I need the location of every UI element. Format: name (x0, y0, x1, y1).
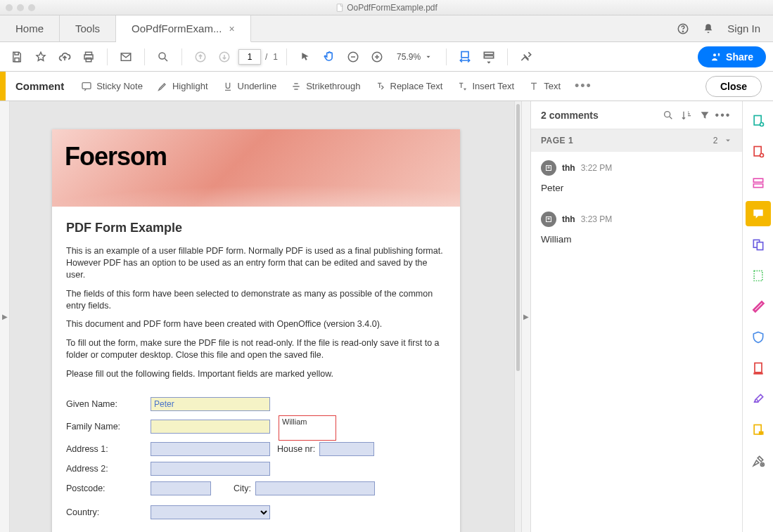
city-field[interactable] (255, 481, 375, 495)
print-icon[interactable] (79, 47, 98, 67)
zoom-dropdown[interactable]: 75.9% (391, 52, 437, 62)
send-for-comments-tool[interactable] (746, 417, 771, 443)
tab-document[interactable]: OoPdfFormExam... × (116, 15, 251, 42)
help-icon[interactable] (677, 22, 689, 35)
text-icon (528, 81, 539, 92)
more-comments-icon[interactable]: ••• (714, 109, 732, 122)
search-icon[interactable] (153, 47, 173, 67)
close-window-icon[interactable] (6, 4, 13, 11)
next-page-icon[interactable] (215, 47, 234, 67)
comment-type-icon (541, 212, 556, 227)
comments-page-group[interactable]: PAGE 1 2 (531, 129, 742, 152)
sort-comments-icon[interactable] (677, 110, 696, 121)
postcode-label: Postcode: (66, 484, 151, 493)
prev-page-icon[interactable] (191, 47, 210, 67)
more-tools-icon[interactable]: ••• (568, 79, 599, 93)
close-comment-toolbar-button[interactable]: Close (705, 76, 762, 97)
minimize-window-icon[interactable] (17, 4, 24, 11)
export-pdf-tool[interactable] (746, 139, 771, 164)
tab-strip: Home Tools OoPdfFormExam... × Sign In (0, 15, 773, 42)
chevron-down-icon (724, 136, 732, 145)
tab-home[interactable]: Home (0, 15, 60, 41)
comment-item[interactable]: thh 3:23 PM William (531, 203, 742, 254)
svg-rect-12 (461, 51, 468, 57)
window-title: OoPdfFormExample.pdf (336, 3, 437, 13)
zoom-window-icon[interactable] (28, 4, 35, 11)
tab-document-label: OoPdfFormExam... (132, 22, 222, 34)
postcode-field[interactable] (151, 481, 211, 495)
comment-author: thh (562, 163, 575, 173)
edit-pdf-tool[interactable] (746, 170, 771, 195)
erase-icon[interactable] (516, 47, 536, 67)
comments-panel: 2 comments ••• PAGE 1 2 thh 3:22 PM Pete… (531, 101, 742, 532)
underline-tool[interactable]: Underline (215, 81, 284, 92)
highlight-tool[interactable]: Highlight (150, 81, 215, 92)
underline-label: Underline (238, 81, 277, 91)
comment-item[interactable]: thh 3:22 PM Peter (531, 152, 742, 203)
svg-point-15 (713, 53, 716, 56)
svg-point-7 (159, 53, 165, 59)
hand-tool-icon[interactable] (319, 47, 339, 67)
fill-sign-tool[interactable] (746, 387, 771, 412)
family-name-field[interactable] (151, 420, 270, 434)
country-select[interactable] (151, 505, 270, 519)
selection-tool-icon[interactable] (295, 47, 315, 67)
save-icon[interactable] (7, 47, 27, 67)
more-tools-tool[interactable] (746, 448, 771, 474)
paragraph: To fill out the form, make sure the PDF … (66, 337, 446, 361)
search-comments-icon[interactable] (659, 110, 677, 121)
given-name-field[interactable] (151, 397, 270, 411)
panel-divider[interactable]: ▶ (521, 101, 531, 532)
replace-text-icon (375, 81, 386, 92)
highlight-label: Highlight (172, 81, 208, 91)
share-button[interactable]: Share (698, 46, 766, 67)
window-title-text: OoPdfFormExample.pdf (347, 3, 437, 13)
underline-icon (222, 81, 234, 92)
window-controls[interactable] (6, 4, 35, 11)
scrollbar-thumb[interactable] (516, 104, 520, 371)
page-display-icon[interactable] (479, 47, 499, 67)
document-viewport[interactable]: Foersom PDF Form Example This is an exam… (10, 101, 514, 532)
sticky-note-tool[interactable]: Sticky Note (74, 81, 150, 92)
filter-comments-icon[interactable] (696, 110, 714, 121)
comment-body: William (541, 234, 732, 245)
highlight-icon (157, 81, 168, 92)
comment-time: 3:22 PM (581, 163, 613, 173)
redact-tool[interactable] (746, 294, 771, 319)
tab-close-icon[interactable]: × (229, 23, 234, 34)
address2-field[interactable] (151, 462, 270, 476)
combine-files-tool[interactable] (746, 232, 771, 257)
vertical-scrollbar[interactable] (514, 101, 521, 532)
star-icon[interactable] (31, 47, 51, 67)
zoom-in-icon[interactable] (367, 47, 387, 67)
bell-icon[interactable] (702, 22, 715, 35)
svg-rect-25 (753, 179, 762, 182)
address1-field[interactable] (151, 442, 270, 456)
zoom-out-icon[interactable] (343, 47, 363, 67)
address1-label: Address 1: (66, 444, 151, 454)
text-box-tool[interactable]: Text (521, 81, 568, 92)
strikethrough-tool[interactable]: Strikethrough (283, 81, 367, 92)
insert-text-icon (456, 81, 468, 92)
left-rail-toggle[interactable]: ▶ (0, 101, 10, 532)
tab-tools[interactable]: Tools (60, 15, 116, 41)
organize-pages-tool[interactable] (746, 263, 771, 288)
page-separator: / (265, 52, 267, 62)
replace-text-tool[interactable]: Replace Text (368, 81, 450, 92)
cloud-upload-icon[interactable] (55, 47, 75, 67)
page-group-count: 2 (713, 136, 718, 145)
svg-rect-17 (82, 82, 91, 89)
protect-tool[interactable] (746, 325, 771, 350)
insert-text-tool[interactable]: Insert Text (449, 81, 521, 92)
fit-width-icon[interactable] (455, 47, 475, 67)
create-pdf-tool[interactable] (746, 108, 771, 134)
email-icon[interactable] (116, 47, 136, 67)
house-nr-field[interactable] (319, 442, 374, 456)
page-input[interactable] (238, 49, 261, 65)
comment-time: 3:23 PM (581, 214, 613, 224)
sign-in-link[interactable]: Sign In (727, 22, 760, 34)
compress-pdf-tool[interactable] (746, 356, 771, 381)
comment-popup[interactable]: William (279, 415, 336, 441)
comment-popup-text: William (282, 417, 307, 426)
comment-tool[interactable] (746, 201, 771, 226)
